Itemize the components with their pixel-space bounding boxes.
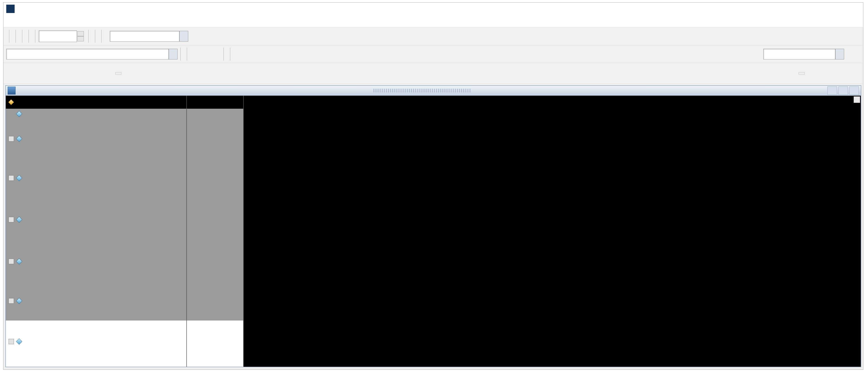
menubar [3,15,863,27]
main-toolbar [3,27,863,45]
signal-msg-miso[interactable] [187,109,243,119]
wave-window-header[interactable] [6,86,861,96]
modelsim-app-icon [6,5,14,13]
wave-window [5,85,861,367]
signal-format-subbar [115,72,121,75]
wave-plot-area [244,96,861,367]
names-column-filler [6,362,186,367]
signal-msg-i-out[interactable] [187,119,243,159]
close-icon[interactable] [849,86,859,95]
spin-up-icon[interactable] [77,31,84,36]
names-column-header [6,96,186,109]
toolbar-separator [22,30,23,43]
toolbar-separator [9,30,10,43]
minimize-button[interactable] [803,3,823,14]
wave-body [6,96,861,367]
expand-icon[interactable] [8,136,14,141]
signal-row-i-cic[interactable] [6,197,186,241]
signal-icon [16,136,22,142]
search-input[interactable] [764,49,843,59]
zoom-subbar [799,72,805,75]
msgs-column-filler [187,362,243,367]
wave-icon [8,87,16,94]
toolbar-separator [16,30,17,43]
signal-icon [16,175,22,181]
signal-msg-q-cic[interactable] [187,241,243,281]
signal-icon [16,298,22,304]
toolbar-separator [95,30,96,43]
dock-icon[interactable] [827,86,837,95]
items-menu-icon[interactable] [8,99,14,105]
msgs-column [187,96,244,367]
signal-icon [16,258,22,264]
undock-icon[interactable] [838,86,848,95]
toolbar-separator [223,48,224,61]
columnlayout-combo[interactable] [6,49,169,59]
signal-msg-i-cic[interactable] [187,197,243,241]
window-controls [803,3,862,14]
scroll-up-icon[interactable] [854,96,860,103]
close-button[interactable] [842,3,862,14]
signal-row-q-out[interactable] [6,159,186,197]
toolbar-separator [35,30,36,43]
signal-msg-q-out[interactable] [187,159,243,197]
signal-row-q-fir[interactable] [6,320,186,362]
toolbar-separator [88,30,89,43]
signal-row-miso[interactable] [6,109,186,119]
signal-icon [16,111,22,117]
spin-down-icon[interactable] [77,36,84,41]
toolbar-separator [101,30,102,43]
secondary-toolbar [3,45,863,63]
toolbar-separator [230,48,231,61]
run-length-input[interactable] [39,30,77,42]
toolbar-separator [29,30,29,43]
signal-row-i-out[interactable] [6,119,186,159]
search-toolbar-group [759,49,844,59]
layout-combo[interactable] [110,31,179,41]
signal-row-q-cic[interactable] [6,241,186,281]
search-combo [763,49,835,59]
expand-icon[interactable] [8,175,14,181]
layout-combo-arrow-icon[interactable] [179,31,188,41]
wave-format-toolbar [3,63,863,84]
signal-msg-q-fir[interactable] [187,320,243,362]
search-combo-arrow-icon[interactable] [835,49,844,59]
signal-msg-i-fir[interactable] [187,281,243,320]
signal-icon [16,217,22,223]
modelsim-window [3,2,863,370]
drag-handle[interactable] [373,89,471,92]
expand-icon[interactable] [8,339,14,344]
signal-row-i-fir[interactable] [6,281,186,320]
signal-icon [16,338,22,345]
signal-names-column [6,96,187,367]
titlebar [3,3,863,15]
layout-combo-value [110,31,116,41]
expand-icon[interactable] [8,217,14,222]
expand-icon[interactable] [8,259,14,264]
expand-icon[interactable] [8,298,14,304]
toolbar-separator [180,48,181,61]
waveform-canvas[interactable] [244,109,313,144]
msgs-column-header [187,96,243,109]
run-length-spinner [77,31,84,41]
toolbar-separator [187,48,188,61]
columnlayout-combo-arrow-icon[interactable] [169,49,178,59]
maximize-button[interactable] [823,3,842,14]
